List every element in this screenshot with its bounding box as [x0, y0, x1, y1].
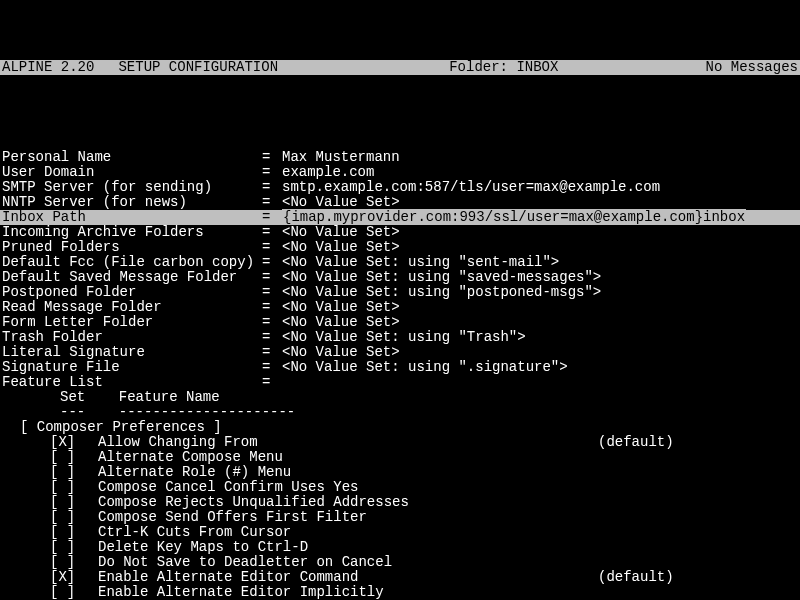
config-key: Incoming Archive Folders [2, 225, 262, 240]
equals: = [262, 285, 282, 300]
config-key: Inbox Path [2, 210, 262, 225]
config-key: Postponed Folder [2, 285, 262, 300]
feature-checkbox[interactable]: [ ] [50, 495, 98, 510]
config-list[interactable]: Personal Name= Max MustermannUser Domain… [0, 150, 800, 600]
feature-name: Compose Send Offers First Filter [98, 510, 598, 525]
feature-checkbox[interactable]: [X] [50, 570, 98, 585]
config-row[interactable]: Personal Name= Max Mustermann [0, 150, 800, 165]
config-key: User Domain [2, 165, 262, 180]
config-value: example.com [282, 164, 374, 180]
equals: = [262, 225, 282, 240]
config-value: <No Value Set> [282, 239, 400, 255]
config-row[interactable]: NNTP Server (for news)= <No Value Set> [0, 195, 800, 210]
config-row[interactable]: Incoming Archive Folders= <No Value Set> [0, 225, 800, 240]
feature-checkbox[interactable]: [ ] [50, 465, 98, 480]
feature-group: [ Composer Preferences ] [0, 420, 800, 435]
feature-name: Alternate Compose Menu [98, 450, 598, 465]
config-row[interactable]: Form Letter Folder= <No Value Set> [0, 315, 800, 330]
config-row[interactable]: Feature List= [0, 375, 800, 390]
config-row[interactable]: Default Fcc (File carbon copy)= <No Valu… [0, 255, 800, 270]
config-key: Form Letter Folder [2, 315, 262, 330]
app-name: ALPINE 2.20 [2, 60, 94, 75]
config-value: <No Value Set> [282, 299, 400, 315]
config-key: Default Fcc (File carbon copy) [2, 255, 262, 270]
feature-checkbox[interactable]: [ ] [50, 480, 98, 495]
config-row[interactable]: Postponed Folder= <No Value Set: using "… [0, 285, 800, 300]
config-value: <No Value Set: using "sent-mail"> [282, 254, 559, 270]
config-row[interactable]: Pruned Folders= <No Value Set> [0, 240, 800, 255]
feature-checkbox[interactable]: [ ] [50, 525, 98, 540]
feature-name: Delete Key Maps to Ctrl-D [98, 540, 598, 555]
config-row[interactable]: Trash Folder= <No Value Set: using "Tras… [0, 330, 800, 345]
config-value: {imap.myprovider.com:993/ssl/user=max@ex… [282, 209, 746, 225]
config-key: SMTP Server (for sending) [2, 180, 262, 195]
config-value: smtp.example.com:587/tls/user=max@exampl… [282, 179, 660, 195]
config-row[interactable]: Read Message Folder= <No Value Set> [0, 300, 800, 315]
equals: = [262, 375, 282, 390]
feature-name: Do Not Save to Deadletter on Cancel [98, 555, 598, 570]
config-key: Signature File [2, 360, 262, 375]
equals: = [262, 210, 282, 225]
feature-checkbox[interactable]: [ ] [50, 585, 98, 600]
equals: = [262, 300, 282, 315]
config-row[interactable]: Literal Signature= <No Value Set> [0, 345, 800, 360]
mode-label: SETUP CONFIGURATION [118, 60, 278, 75]
feature-row[interactable]: [ ]Delete Key Maps to Ctrl-D [0, 540, 800, 555]
messages-label: No Messages [706, 60, 798, 75]
config-value: Max Mustermann [282, 150, 400, 165]
config-row[interactable]: Signature File= <No Value Set: using ".s… [0, 360, 800, 375]
config-key: NNTP Server (for news) [2, 195, 262, 210]
feature-row[interactable]: [ ]Alternate Role (#) Menu [0, 465, 800, 480]
feature-row[interactable]: [ ]Compose Send Offers First Filter [0, 510, 800, 525]
config-value: <No Value Set> [282, 194, 400, 210]
feature-checkbox[interactable]: [ ] [50, 510, 98, 525]
equals: = [262, 180, 282, 195]
feature-row[interactable]: [ ]Compose Rejects Unqualified Addresses [0, 495, 800, 510]
feature-default: (default) [598, 434, 674, 450]
equals: = [262, 150, 282, 165]
config-value: <No Value Set> [282, 344, 400, 360]
config-key: Feature List [2, 375, 262, 390]
equals: = [262, 255, 282, 270]
config-key: Pruned Folders [2, 240, 262, 255]
feature-row[interactable]: [ ]Alternate Compose Menu [0, 450, 800, 465]
config-key: Literal Signature [2, 345, 262, 360]
config-value: <No Value Set: using "Trash"> [282, 329, 526, 345]
feature-row[interactable]: [ ]Compose Cancel Confirm Uses Yes [0, 480, 800, 495]
config-value: <No Value Set: using "postponed-msgs"> [282, 284, 601, 300]
equals: = [262, 345, 282, 360]
feature-row[interactable]: [ ]Do Not Save to Deadletter on Cancel [0, 555, 800, 570]
config-key: Personal Name [2, 150, 262, 165]
equals: = [262, 315, 282, 330]
feature-name: Allow Changing From [98, 435, 598, 450]
feature-row[interactable]: [ ]Enable Alternate Editor Implicitly [0, 585, 800, 600]
feature-default: (default) [598, 569, 674, 585]
feature-checkbox[interactable]: [ ] [50, 450, 98, 465]
equals: = [262, 330, 282, 345]
blank-row [0, 105, 800, 120]
equals: = [262, 165, 282, 180]
config-row[interactable]: Default Saved Message Folder= <No Value … [0, 270, 800, 285]
folder-label: Folder: INBOX [449, 60, 558, 75]
equals: = [262, 195, 282, 210]
config-row[interactable]: Inbox Path= {imap.myprovider.com:993/ssl… [0, 210, 800, 225]
feature-name: Compose Cancel Confirm Uses Yes [98, 480, 598, 495]
title-bar: ALPINE 2.20SETUP CONFIGURATION Folder: I… [0, 60, 800, 75]
feature-checkbox[interactable]: [ ] [50, 540, 98, 555]
config-row[interactable]: SMTP Server (for sending)= smtp.example.… [0, 180, 800, 195]
config-value: <No Value Set> [282, 224, 400, 240]
equals: = [262, 270, 282, 285]
equals: = [262, 240, 282, 255]
feature-checkbox[interactable]: [X] [50, 435, 98, 450]
feature-row[interactable]: [X]Allow Changing From(default) [0, 435, 800, 450]
feature-header: Set Feature Name [0, 390, 800, 405]
config-key: Default Saved Message Folder [2, 270, 262, 285]
config-key: Trash Folder [2, 330, 262, 345]
feature-row[interactable]: [X]Enable Alternate Editor Command(defau… [0, 570, 800, 585]
feature-row[interactable]: [ ]Ctrl-K Cuts From Cursor [0, 525, 800, 540]
feature-name: Enable Alternate Editor Command [98, 570, 598, 585]
feature-name: Alternate Role (#) Menu [98, 465, 598, 480]
config-row[interactable]: User Domain= example.com [0, 165, 800, 180]
feature-checkbox[interactable]: [ ] [50, 555, 98, 570]
equals: = [262, 360, 282, 375]
